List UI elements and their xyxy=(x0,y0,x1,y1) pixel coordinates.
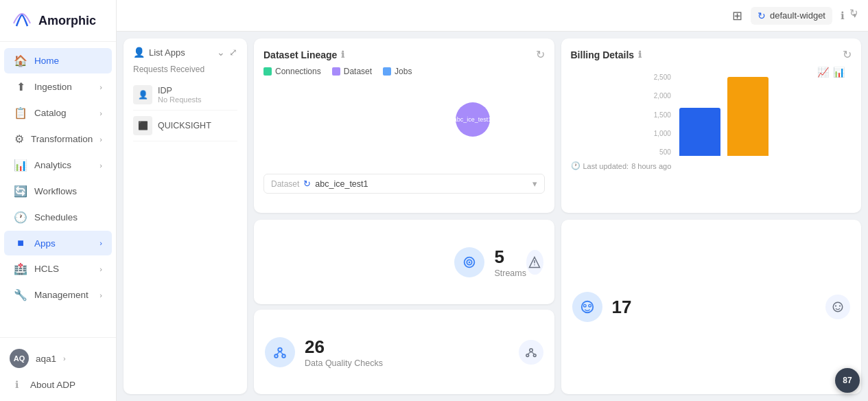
widget-label: default-widget xyxy=(770,10,825,21)
chevron-right-icon: › xyxy=(63,354,66,363)
dataset-selector[interactable]: Dataset ↻ abc_ice_test1 ▾ xyxy=(263,174,545,194)
sidebar-item-catalog[interactable]: 📋 Catalog › xyxy=(4,100,112,126)
y-label-2500: 2,500 xyxy=(654,73,671,81)
sidebar-label-home: Home xyxy=(34,56,102,66)
list-item: ⬛ QUICKSIGHT xyxy=(133,111,237,141)
sidebar-item-workflows[interactable]: 🔄 Workflows xyxy=(4,179,112,204)
bottom-center-panel: ↻ 5 Streams xyxy=(254,220,554,394)
svg-point-18 xyxy=(588,304,591,307)
streams-action-icon[interactable] xyxy=(526,250,543,275)
sidebar-label-analytics: Analytics xyxy=(34,160,93,170)
legend-connections: Connections xyxy=(263,67,321,76)
streams-number: 5 xyxy=(494,247,526,268)
logo-text: Amorphic xyxy=(38,14,96,28)
about-adp[interactable]: ℹ About ADP xyxy=(0,374,116,396)
jobs-color xyxy=(383,67,391,76)
lineage-title-text: Dataset Lineage xyxy=(263,49,337,60)
idp-name: IDP xyxy=(158,86,202,95)
widget-selector[interactable]: ↻ default-widget xyxy=(751,7,832,25)
avatar: AQ xyxy=(10,349,29,368)
schedules-icon: 🕐 xyxy=(14,211,27,224)
y-label-500: 500 xyxy=(654,148,671,156)
sidebar-item-management[interactable]: 🔧 Management › xyxy=(4,282,112,308)
sidebar-label-apps: Apps xyxy=(34,238,93,249)
lineage-refresh-icon[interactable]: ↻ xyxy=(536,48,545,61)
lineage-node-label: abc_ice_test1 xyxy=(451,113,495,126)
apps-icon: ■ xyxy=(14,237,27,249)
legend-jobs: Jobs xyxy=(383,67,412,76)
list-apps-label: List Apps xyxy=(149,47,185,58)
clock-icon: 🕐 xyxy=(571,161,580,170)
last-updated-time: 8 hours ago xyxy=(631,162,671,170)
sidebar-item-ingestion[interactable]: ⬆ Ingestion › xyxy=(4,74,112,100)
bar-chart-icon[interactable]: 📊 xyxy=(833,67,845,78)
chart-icons: 📈 📊 xyxy=(817,67,845,78)
quality-icon xyxy=(265,337,295,367)
home-icon: 🏠 xyxy=(14,54,27,67)
sidebar-label-workflows: Workflows xyxy=(34,186,102,196)
amorphic-logo-icon xyxy=(11,10,33,32)
misc-action-icon[interactable] xyxy=(825,295,850,319)
user-profile[interactable]: AQ aqa1 › xyxy=(0,343,116,374)
legend-dataset-label: Dataset xyxy=(344,67,372,76)
sidebar-item-hcls[interactable]: 🏥 HCLS › xyxy=(4,256,112,282)
list-item: 👤 IDP No Requests xyxy=(133,80,237,111)
selector-chevron-icon: ▾ xyxy=(532,179,537,189)
idp-no-requests: No Requests xyxy=(158,95,202,104)
misc-stat-left: 17 xyxy=(572,292,632,322)
list-apps-card: 👤 List Apps ⌄ ⤢ Requests Received 👤 IDP xyxy=(124,38,247,394)
streams-stat-info: 5 Streams xyxy=(494,247,526,278)
expand-icon[interactable]: ⤢ xyxy=(229,47,237,58)
idp-info: IDP No Requests xyxy=(158,86,202,104)
svg-point-17 xyxy=(583,304,586,307)
legend-jobs-label: Jobs xyxy=(395,67,412,76)
sidebar-item-transformation[interactable]: ⚙ Transformation › xyxy=(4,126,112,152)
svg-point-7 xyxy=(274,354,278,358)
svg-point-11 xyxy=(529,348,532,352)
streams-label: Streams xyxy=(494,268,526,278)
user-name: aqa1 xyxy=(36,354,56,364)
topbar: ⊞ ↻ default-widget ℹ ▾ xyxy=(117,0,868,32)
billing-info-icon[interactable]: ℹ xyxy=(638,49,642,60)
ingestion-icon: ⬆ xyxy=(14,80,27,93)
about-label: About ADP xyxy=(30,380,75,390)
bottom-right-panel: 17 xyxy=(561,220,862,394)
sidebar-item-apps[interactable]: ■ Apps › xyxy=(4,231,112,255)
catalog-icon: 📋 xyxy=(14,106,27,119)
sidebar-label-management: Management xyxy=(34,290,93,300)
bar-2 xyxy=(727,77,769,156)
sidebar-item-schedules[interactable]: 🕐 Schedules xyxy=(4,205,112,230)
sidebar-item-home[interactable]: 🏠 Home xyxy=(4,48,112,73)
svg-point-6 xyxy=(278,347,282,352)
sidebar: Amorphic 🏠 Home ⬆ Ingestion › 📋 Catalog … xyxy=(0,0,117,401)
svg-point-12 xyxy=(526,354,528,356)
quality-action-icon[interactable] xyxy=(519,340,543,365)
info-icon: ℹ xyxy=(10,379,23,390)
misc-icon xyxy=(572,292,602,322)
svg-point-5 xyxy=(534,264,535,266)
lineage-info-icon[interactable]: ℹ xyxy=(341,49,344,60)
chevron-right-icon: › xyxy=(99,291,102,299)
main-content: ⊞ ↻ default-widget ℹ ▾ 👤 List Apps ⌄ ⤢ xyxy=(117,0,868,401)
selector-label: Dataset xyxy=(271,179,299,189)
sidebar-bottom: AQ aqa1 › ℹ About ADP xyxy=(0,337,116,401)
selector-left: Dataset ↻ abc_ice_test1 xyxy=(271,179,368,189)
list-apps-controls: ⌄ ⤢ xyxy=(217,47,237,58)
topbar-info-icon[interactable]: ℹ xyxy=(841,10,845,22)
layout-icon[interactable]: ⊞ xyxy=(732,8,742,23)
lineage-node: abc_ice_test1 xyxy=(456,102,490,137)
chevron-down-icon[interactable]: ⌄ xyxy=(217,47,225,58)
chart-y-axis: 2,500 2,000 1,500 1,000 500 xyxy=(654,73,671,156)
corner-badge[interactable]: 87 xyxy=(835,368,860,393)
last-updated-label: Last updated: xyxy=(583,162,629,170)
sidebar-logo: Amorphic xyxy=(0,0,116,42)
line-chart-icon[interactable]: 📈 xyxy=(817,67,829,78)
lineage-graph: abc_ice_test1 xyxy=(263,82,545,171)
billing-refresh-icon[interactable]: ↻ xyxy=(843,48,852,61)
dataset-lineage-card: Dataset Lineage ℹ ↻ Connections Dataset … xyxy=(254,38,554,213)
lineage-title: Dataset Lineage ℹ xyxy=(263,49,344,60)
workflows-icon: 🔄 xyxy=(14,185,27,198)
sidebar-item-analytics[interactable]: 📊 Analytics › xyxy=(4,152,112,178)
misc-stat-card: 17 xyxy=(561,220,862,394)
requests-label: Requests Received xyxy=(133,65,237,74)
